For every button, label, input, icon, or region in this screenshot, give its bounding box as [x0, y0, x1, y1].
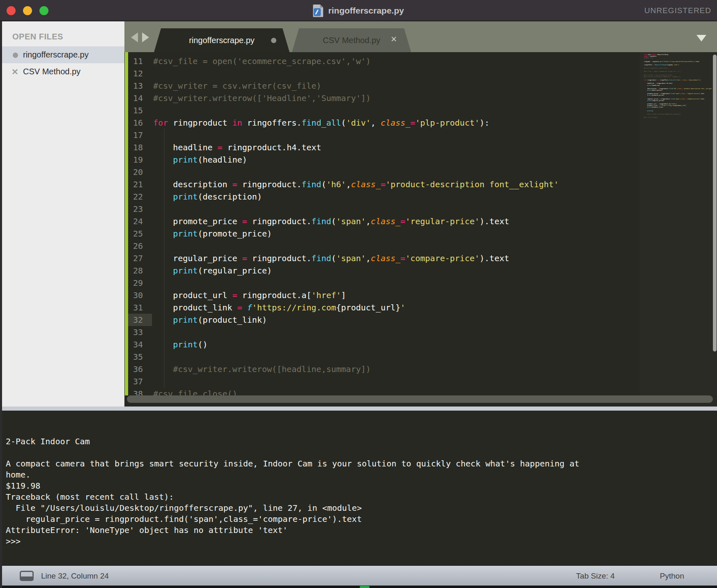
status-bar: Line 32, Column 24 Tab Size: 4 Python: [0, 566, 717, 586]
code-line: 26: [124, 240, 717, 252]
sidebar-item-csv-method[interactable]: ✕ CSV Method.py: [0, 63, 124, 80]
sidebar: OPEN FILES ringofferscrape.py ✕ CSV Meth…: [0, 21, 124, 407]
console-line: regular_price = ringproduct.find('span',…: [6, 514, 717, 525]
language-indicator[interactable]: Python: [660, 572, 684, 581]
window-left-edge: [0, 21, 2, 588]
code-line: 21 description = ringproduct.find('h6',c…: [124, 178, 717, 191]
modified-dot-icon: [13, 53, 18, 58]
code-line: 36 #csv_writer.writerow([headline,summar…: [124, 363, 717, 375]
console-line: home.: [6, 469, 717, 480]
cursor-position: Line 32, Column 24: [41, 572, 109, 581]
dirty-dot-icon: [271, 38, 276, 43]
horizontal-scrollbar[interactable]: [127, 395, 713, 403]
tab-bar: ringofferscrape.py CSV Method.py ✕: [124, 21, 717, 52]
code-line: 37: [124, 375, 717, 388]
code-line: 34 print(): [124, 338, 717, 351]
console-line: [6, 447, 717, 458]
desktop-edge: [0, 586, 717, 588]
next-tab-arrow-icon[interactable]: [142, 32, 149, 42]
code-line: 20: [124, 166, 717, 178]
code-line: 30 product_url = ringproduct.a['href']: [124, 289, 717, 301]
console-line: AttributeError: 'NoneType' object has no…: [6, 525, 717, 536]
code-line: 35: [124, 351, 717, 363]
code-line: 12: [124, 67, 717, 80]
minimap[interactable]: from bs4 import BeautifulSoupimport requ…: [640, 52, 717, 407]
code-line: 32 print(product_link): [124, 314, 717, 326]
title-bar: ringofferscrape.py UNREGISTERED: [0, 0, 717, 21]
vertical-scrollbar[interactable]: [713, 55, 717, 351]
panel-toggle-icon[interactable]: [20, 571, 34, 581]
code-line: 14#csv_writer.writerow(['Headline','Summ…: [124, 92, 717, 104]
code-line: 11#csv_file = open('ecommerce_scrape.csv…: [124, 55, 717, 67]
code-line: 31 product_link = f'https://ring.com{pro…: [124, 301, 717, 314]
code-line: 17: [124, 129, 717, 141]
tab-label: CSV Method.py: [323, 36, 380, 45]
console-line: Traceback (most recent call last):: [6, 492, 717, 503]
code-line: 24 promote_price = ringproduct.find('spa…: [124, 215, 717, 227]
modified-lines-gutter: [125, 52, 128, 395]
code-line: 19 print(headline): [124, 154, 717, 166]
tab-label: ringofferscrape.py: [189, 36, 255, 45]
code-editor[interactable]: 1from bs4 import BeautifulSoup2import re…: [124, 52, 717, 407]
code-lines: 1from bs4 import BeautifulSoup2import re…: [124, 52, 717, 400]
minimap-line: #csv_file.close(): [644, 117, 717, 118]
panel-divider[interactable]: [0, 407, 717, 411]
dock-item-peek: [360, 586, 370, 588]
code-line: 28 print(regular_price): [124, 264, 717, 277]
tab-ringofferscrape[interactable]: ringofferscrape.py: [154, 28, 290, 52]
code-line: 13#csv_writer = csv.writer(csv_file): [124, 80, 717, 92]
console-panel[interactable]: 2-Pack Indoor CamA compact camera that b…: [0, 411, 717, 566]
console-line: 2-Pack Indoor Cam: [6, 436, 717, 447]
code-line: 33: [124, 326, 717, 338]
console-line: File "/Users/louislu/Desktop/ringoffersc…: [6, 503, 717, 514]
prev-tab-arrow-icon[interactable]: [131, 32, 138, 42]
sidebar-item-label: CSV Method.py: [23, 67, 80, 76]
document-proxy-icon: [313, 5, 323, 17]
console-line: >>>: [6, 536, 717, 547]
console-line: $119.98: [6, 480, 717, 492]
sidebar-item-label: ringofferscrape.py: [23, 50, 89, 60]
code-line: 23: [124, 203, 717, 215]
sublime-window: ringofferscrape.py UNREGISTERED OPEN FIL…: [0, 0, 717, 588]
code-line: 22 print(description): [124, 191, 717, 203]
code-line: 25 print(promote_price): [124, 227, 717, 240]
code-line: 27 regular_price = ringproduct.find('spa…: [124, 252, 717, 264]
code-line: 29: [124, 277, 717, 289]
unregistered-label: UNREGISTERED: [644, 0, 711, 21]
sidebar-item-ringofferscrape[interactable]: ringofferscrape.py: [0, 46, 124, 63]
code-line: 15: [124, 104, 717, 117]
close-file-icon[interactable]: ✕: [11, 67, 18, 77]
code-line: 18 headline = ringproduct.h4.text: [124, 141, 717, 154]
tab-csv-method[interactable]: CSV Method.py ✕: [292, 28, 411, 52]
open-files-header: OPEN FILES: [0, 21, 124, 46]
close-tab-icon[interactable]: ✕: [391, 34, 397, 44]
code-line: 10: [124, 52, 717, 55]
code-line: 16for ringproduct in ringoffers.find_all…: [124, 117, 717, 129]
console-line: A compact camera that brings smart secur…: [6, 458, 717, 469]
editor-column: ringofferscrape.py CSV Method.py ✕ 1from…: [124, 21, 717, 407]
tab-list-dropdown-icon[interactable]: [696, 35, 706, 41]
window-title: ringofferscrape.py: [328, 6, 404, 16]
tab-size-indicator[interactable]: Tab Size: 4: [576, 572, 615, 581]
